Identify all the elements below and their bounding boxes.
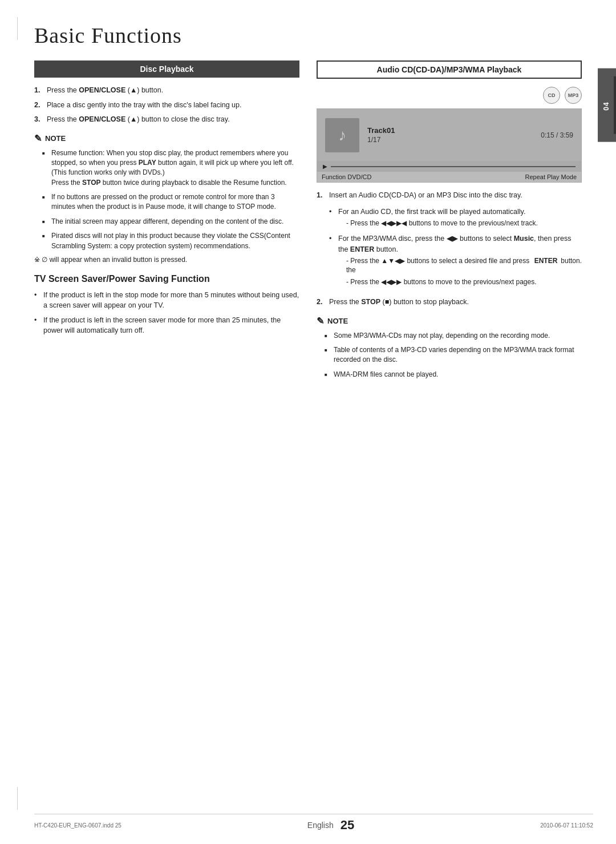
repeat-label: Repeat Play Mode — [525, 173, 577, 180]
tv-screen-saver-section: TV Screen Saver/Power Saving Function If… — [34, 274, 299, 336]
page-footer: HT-C420-EUR_ENG-0607.indd 25 English 25 … — [34, 814, 593, 833]
note-title-text: NOTE — [45, 134, 66, 143]
track-time: 0:15 / 3:59 — [541, 131, 573, 139]
step-2-num: 2. — [34, 100, 43, 111]
cd-icon: CD — [543, 87, 560, 104]
step-1-num: 1. — [34, 86, 43, 96]
player-display-inner: ♪ Track01 1/17 0:15 / 3:59 — [317, 109, 581, 161]
footer-right-area: English 25 — [307, 818, 354, 833]
audio-sub-sub-3: - Press the ◀◀▶▶ buttons to move to the … — [346, 277, 582, 287]
tv-screen-saver-list: If the product is left in the stop mode … — [34, 290, 299, 336]
audio-step-2: 2. Press the STOP (■) button to stop pla… — [317, 297, 582, 308]
right-column: Audio CD(CD-DA)/MP3/WMA Playback CD MP3 … — [317, 60, 582, 386]
disc-playback-note: ✎ NOTE Resume function: When you stop di… — [34, 133, 299, 264]
note-icon: ✎ — [34, 133, 42, 144]
audio-sub-2-text: For the MP3/WMA disc, press the ◀▶ butto… — [338, 233, 582, 289]
audio-note-2-text: Table of contents of a MP3-CD varies dep… — [334, 345, 582, 365]
invalid-button-note: ※ ∅ will appear when an invalid button i… — [34, 256, 299, 264]
audio-sub-2: For the MP3/WMA disc, press the ◀▶ butto… — [329, 233, 582, 289]
note-item-3: The initial screen may appear different,… — [37, 217, 299, 227]
audio-note-3: WMA-DRM files cannot be played. — [319, 370, 582, 379]
music-icon-area: ♪ — [325, 118, 359, 152]
margin-line-top — [17, 17, 18, 40]
audio-playback-steps: 1. Insert an Audio CD(CD-DA) or an MP3 D… — [317, 191, 582, 308]
side-tab-number: 04 — [602, 102, 610, 111]
step-1: 1. Press the OPEN/CLOSE (▲) button. — [34, 86, 299, 96]
audio-note-1-text: Some MP3/WMA-CDs may not play, depending… — [334, 331, 550, 341]
audio-sub-sub-2: - Press the ▲▼◀▶ buttons to select a des… — [346, 256, 582, 276]
page-container: 04 Basic Functions Basic Functions Disc … — [0, 0, 616, 844]
note-item-4: Pirated discs will not play in this prod… — [37, 231, 299, 251]
track-number: 1/17 — [367, 136, 541, 144]
note-item-4-text: Pirated discs will not play in this prod… — [51, 231, 299, 251]
footer-left: HT-C420-EUR_ENG-0607.indd 25 — [34, 822, 121, 829]
audio-sub-1: For an Audio CD, the first track will be… — [329, 207, 582, 231]
music-note-icon: ♪ — [338, 126, 346, 144]
audio-sub-sub-list-1: - Press the ◀◀▶▶◀ buttons to move to the… — [338, 219, 538, 228]
side-tab: 04 Basic Functions — [598, 68, 616, 142]
margin-line-bottom — [17, 787, 18, 810]
player-display: ♪ Track01 1/17 0:15 / 3:59 ▶ Function DV… — [317, 108, 582, 183]
audio-step-1: 1. Insert an Audio CD(CD-DA) or an MP3 D… — [317, 191, 582, 293]
audio-sub-sub-1: - Press the ◀◀▶▶◀ buttons to move to the… — [346, 219, 538, 228]
track-info: Track01 1/17 — [359, 126, 541, 144]
two-column-layout: Disc Playback 1. Press the OPEN/CLOSE (▲… — [34, 60, 582, 386]
audio-note-title-text: NOTE — [327, 317, 348, 325]
audio-sub-sub-list-2: - Press the ▲▼◀▶ buttons to select a des… — [338, 256, 582, 287]
left-column: Disc Playback 1. Press the OPEN/CLOSE (▲… — [34, 60, 299, 386]
audio-note-2: Table of contents of a MP3-CD varies dep… — [319, 345, 582, 365]
note-item-1: Resume function: When you stop disc play… — [37, 148, 299, 188]
function-label: Function DVD/CD — [322, 173, 371, 180]
audio-sub-list: For an Audio CD, the first track will be… — [329, 207, 582, 290]
audio-note-icon: ✎ — [317, 316, 324, 326]
note-item-2: If no buttons are pressed on the product… — [37, 192, 299, 212]
player-bottom-bar: Function DVD/CD Repeat Play Mode — [317, 172, 581, 182]
audio-note-3-text: WMA-DRM files cannot be played. — [334, 370, 438, 379]
step-1-text: Press the OPEN/CLOSE (▲) button. — [47, 86, 163, 96]
tv-bullet-2-text: If the product is left in the screen sav… — [43, 315, 299, 336]
progress-line — [331, 166, 576, 167]
note-list: Resume function: When you stop disc play… — [34, 148, 299, 252]
audio-step-1-content: Insert an Audio CD(CD-DA) or an MP3 Disc… — [329, 191, 582, 293]
note-item-1-text: Resume function: When you stop disc play… — [51, 148, 299, 188]
audio-step-2-text: Press the STOP (■) button to stop playba… — [329, 297, 469, 308]
disc-playback-steps: 1. Press the OPEN/CLOSE (▲) button. 2. P… — [34, 86, 299, 125]
step-3-num: 3. — [34, 115, 43, 125]
audio-playback-header: Audio CD(CD-DA)/MP3/WMA Playback — [317, 60, 582, 79]
page-title: Basic Functions — [34, 23, 582, 48]
page-number: 25 — [341, 818, 354, 833]
note-item-3-text: The initial screen may appear different,… — [51, 217, 283, 227]
side-tab-label: Basic Functions — [614, 76, 616, 134]
step-2: 2. Place a disc gently into the tray wit… — [34, 100, 299, 111]
track-title: Track01 — [367, 126, 541, 135]
audio-note-1: Some MP3/WMA-CDs may not play, depending… — [319, 331, 582, 341]
audio-note-section: ✎ NOTE Some MP3/WMA-CDs may not play, de… — [317, 316, 582, 380]
cd-icons-row: CD MP3 — [317, 87, 582, 104]
footer-timestamp: 2010-06-07 11:10:52 — [540, 822, 593, 829]
tv-bullet-1: If the product is left in the stop mode … — [34, 290, 299, 310]
mp3-icon: MP3 — [565, 87, 582, 104]
progress-bar-area: ▶ — [317, 161, 581, 172]
step-2-text: Place a disc gently into the tray with t… — [47, 100, 241, 111]
audio-note-title: ✎ NOTE — [317, 316, 582, 326]
disc-playback-header: Disc Playback — [34, 60, 299, 78]
note-title: ✎ NOTE — [34, 133, 299, 144]
tv-bullet-1-text: If the product is left in the stop mode … — [43, 290, 299, 310]
audio-step-2-num: 2. — [317, 297, 326, 308]
audio-step-1-num: 1. — [317, 191, 326, 293]
language-label: English — [307, 821, 334, 830]
tv-screen-saver-title: TV Screen Saver/Power Saving Function — [34, 274, 299, 284]
audio-note-list: Some MP3/WMA-CDs may not play, depending… — [317, 331, 582, 380]
tv-bullet-2: If the product is left in the screen sav… — [34, 315, 299, 336]
step-3-text: Press the OPEN/CLOSE (▲) button to close… — [47, 115, 230, 125]
play-icon: ▶ — [323, 163, 327, 169]
step-3: 3. Press the OPEN/CLOSE (▲) button to cl… — [34, 115, 299, 125]
invalid-note-text: ※ ∅ will appear when an invalid button i… — [34, 256, 187, 264]
note-item-2-text: If no buttons are pressed on the product… — [51, 192, 299, 212]
audio-sub-1-text: For an Audio CD, the first track will be… — [338, 207, 538, 231]
